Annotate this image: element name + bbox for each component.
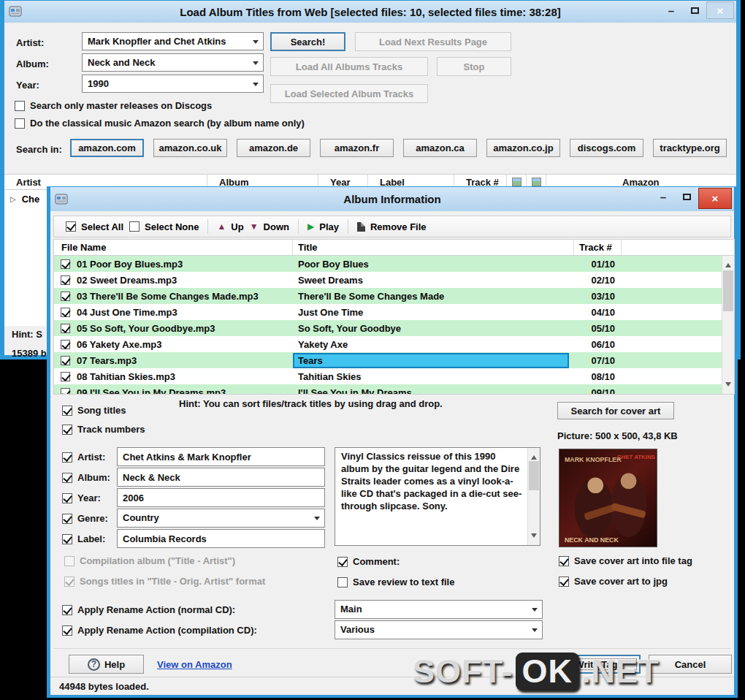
scrollbar-thumb[interactable] — [723, 270, 733, 311]
track-checkbox[interactable] — [61, 372, 70, 381]
track-row[interactable]: 09 I'll See You in My Dreams.mp3 I'll Se… — [54, 384, 734, 395]
save-cover-jpg-checkbox[interactable]: Save cover art to jpg — [559, 576, 668, 587]
track-checkbox[interactable] — [61, 340, 70, 349]
track-row[interactable]: 06 Yakety Axe.mp3 Yakety Axe 06/10 — [54, 336, 734, 352]
track-row[interactable]: 02 Sweet Dreams.mp3 Sweet Dreams 02/10 — [54, 272, 734, 288]
track-checkbox[interactable] — [61, 388, 70, 395]
track-row[interactable]: 04 Just One Time.mp3 Just One Time 04/10 — [54, 304, 734, 320]
title-cell-selected[interactable]: Tears — [293, 353, 569, 368]
close-button[interactable]: × — [698, 188, 732, 209]
site-button-amazon-com[interactable]: amazon.com — [70, 139, 144, 157]
title-column-header[interactable]: Title — [293, 240, 574, 255]
songs-title-format-label: Songs titles in "Title - Orig. Artist" f… — [80, 576, 265, 587]
track-row[interactable]: 05 So Soft, Your Goodbye.mp3 So Soft, Yo… — [54, 320, 734, 336]
year-combobox[interactable]: 1990 — [82, 75, 264, 93]
file-name-column-header[interactable]: File Name — [54, 240, 293, 255]
year-field[interactable] — [117, 488, 325, 507]
site-button-tracktype-org[interactable]: tracktype.org — [653, 139, 727, 157]
search-button[interactable]: Search! — [270, 32, 345, 51]
genre-field-label: Genre: — [77, 513, 108, 524]
save-cover-tag-checkbox[interactable]: Save cover art into file tag — [559, 555, 692, 566]
scrollbar-thumb[interactable] — [529, 461, 539, 490]
site-button-amazon-de[interactable]: amazon.de — [237, 139, 310, 157]
track-numbers-checkbox[interactable]: Track numbers — [62, 424, 145, 435]
app-icon — [55, 193, 68, 206]
review-scrollbar[interactable] — [527, 448, 540, 545]
track-checkbox[interactable] — [61, 324, 70, 333]
label-field[interactable] — [117, 529, 325, 548]
track-row[interactable]: 03 There'll Be Some Changes Made.mp3 The… — [54, 288, 734, 304]
play-button[interactable]: ▶ Play — [305, 221, 342, 232]
site-button-amazon-co-uk[interactable]: amazon.co.uk — [153, 139, 227, 157]
comment-checkbox[interactable]: Comment: — [337, 556, 400, 567]
song-titles-label: Song titles — [77, 405, 126, 416]
classical-search-checkbox[interactable]: Do the classical music Amazon search (by… — [15, 118, 305, 129]
select-none-button[interactable]: Select None — [126, 221, 202, 232]
help-button[interactable]: ? Help — [69, 655, 144, 674]
view-on-amazon-link[interactable]: View on Amazon — [157, 659, 232, 670]
track-row[interactable]: 01 Poor Boy Blues.mp3 Poor Boy Blues 01/… — [54, 256, 734, 272]
track-row[interactable]: 08 Tahitian Skies.mp3 Tahitian Skies 08/… — [54, 368, 734, 384]
review-textarea[interactable]: Vinyl Classics reissue of this 1990 albu… — [335, 447, 540, 546]
scroll-down-icon[interactable] — [531, 533, 537, 541]
cancel-button[interactable]: Cancel — [649, 655, 732, 674]
title-cell[interactable]: Yakety Axe — [293, 339, 574, 350]
scroll-up-icon[interactable] — [725, 260, 731, 267]
title-cell[interactable]: I'll See You in My Dreams — [293, 387, 574, 395]
expand-arrow-icon[interactable]: ▷ — [10, 195, 16, 203]
move-up-button[interactable]: ▲ Up — [214, 221, 246, 232]
title-cell[interactable]: Poor Boy Blues — [293, 259, 574, 270]
maximize-button[interactable] — [683, 1, 706, 19]
track-checkbox[interactable] — [61, 308, 70, 317]
track-checkbox[interactable] — [61, 292, 70, 301]
album-cover-art[interactable]: MARK KNOPFLER CHET ATKINS NECK AND NECK — [559, 449, 657, 547]
track-row-selected[interactable]: 07 Tears.mp3 Tears 07/10 — [54, 352, 734, 368]
track-list-scrollbar[interactable] — [722, 256, 734, 394]
checkbox-icon — [337, 577, 348, 587]
album-combobox[interactable]: Neck and Neck — [82, 53, 264, 72]
track-checkbox[interactable] — [61, 259, 70, 269]
watermark-left: SOFT- — [413, 653, 513, 691]
site-button-amazon-fr[interactable]: amazon.fr — [320, 139, 394, 157]
genre-combobox[interactable]: Country — [117, 509, 325, 528]
scroll-up-icon[interactable] — [531, 452, 537, 460]
title-cell[interactable]: There'll Be Some Changes Made — [293, 291, 574, 302]
album-field[interactable] — [117, 468, 325, 487]
maximize-button[interactable] — [675, 188, 698, 205]
save-review-checkbox[interactable]: Save review to text file — [337, 577, 454, 587]
label-field-checkbox[interactable]: Label: — [62, 533, 105, 544]
close-button[interactable]: × — [706, 1, 734, 19]
title-cell[interactable]: Tahitian Skies — [293, 371, 574, 382]
title-cell[interactable]: So Soft, Your Goodbye — [293, 323, 574, 334]
move-down-button[interactable]: ▼ Down — [247, 221, 292, 232]
rename-normal-combobox[interactable]: Main — [335, 600, 543, 619]
genre-field-checkbox[interactable]: Genre: — [62, 513, 108, 524]
title-cell[interactable]: Just One Time — [293, 307, 574, 318]
site-button-amazon-ca[interactable]: amazon.ca — [403, 139, 477, 157]
search-cover-art-button[interactable]: Search for cover art — [557, 402, 674, 419]
scroll-down-icon[interactable] — [725, 382, 731, 389]
album-field-checkbox[interactable]: Album: — [62, 472, 110, 483]
cover-album-text: NECK AND NECK — [565, 536, 619, 544]
artist-combobox[interactable]: Mark Knopfler and Chet Atkins — [82, 32, 264, 50]
track-checkbox[interactable] — [61, 275, 70, 285]
file-name-cell: 09 I'll See You in My Dreams.mp3 — [77, 387, 226, 395]
minimize-button[interactable]: – — [660, 1, 683, 19]
year-field-checkbox[interactable]: Year: — [62, 492, 101, 503]
rename-normal-checkbox[interactable]: Apply Rename Action (normal CD): — [62, 604, 235, 615]
rename-compilation-combobox[interactable]: Various — [335, 620, 543, 639]
site-button-discogs-com[interactable]: discogs.com — [570, 139, 643, 157]
artist-field-checkbox[interactable]: Artist: — [62, 452, 105, 463]
track-number-cell: 03/10 — [574, 291, 622, 302]
song-titles-checkbox[interactable]: Song titles — [62, 405, 126, 416]
remove-file-button[interactable]: Remove File — [354, 221, 429, 232]
master-releases-checkbox[interactable]: Search only master releases on Discogs — [15, 100, 212, 111]
title-cell[interactable]: Sweet Dreams — [293, 275, 574, 286]
minimize-button[interactable]: – — [652, 188, 675, 205]
track-checkbox[interactable] — [61, 356, 70, 365]
site-button-amazon-co-jp[interactable]: amazon.co.jp — [486, 139, 560, 157]
track-column-header[interactable]: Track # — [574, 240, 622, 255]
rename-compilation-checkbox[interactable]: Apply Rename Action (compilation CD): — [62, 625, 257, 636]
artist-field[interactable] — [117, 447, 325, 466]
select-all-button[interactable]: Select All — [63, 221, 126, 232]
